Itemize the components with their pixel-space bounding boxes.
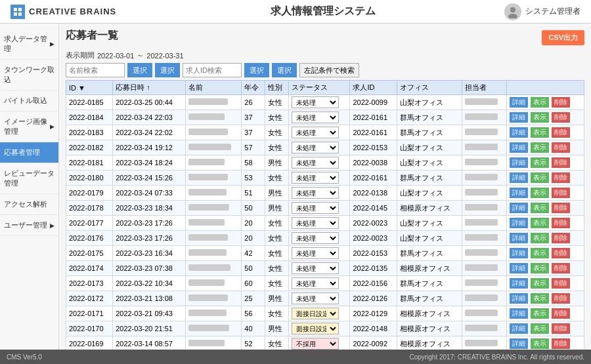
status-select[interactable]: 未処理面接日設定中不採用採用保留: [292, 293, 339, 304]
show-button[interactable]: 表示: [531, 142, 549, 153]
cell-status[interactable]: 未処理面接日設定中不採用採用保留: [288, 336, 350, 350]
status-select[interactable]: 未処理面接日設定中不採用採用保留: [292, 338, 339, 350]
detail-button[interactable]: 詳細: [510, 248, 528, 258]
cell-status[interactable]: 未処理面接日設定中不採用採用保留: [288, 261, 350, 276]
delete-button[interactable]: 削除: [552, 218, 570, 228]
status-select[interactable]: 未処理面接日設定中不採用採用保留: [292, 277, 339, 289]
name-search-input[interactable]: [66, 63, 125, 77]
status-select[interactable]: 未処理面接日設定中不採用採用保留: [292, 262, 339, 274]
delete-button[interactable]: 削除: [552, 172, 570, 183]
status-select[interactable]: 未処理面接日設定中不採用採用保留: [292, 247, 339, 259]
detail-button[interactable]: 詳細: [510, 293, 528, 304]
show-button[interactable]: 表示: [531, 308, 549, 319]
cell-status[interactable]: 未処理面接日設定中不採用採用保留: [288, 291, 350, 306]
status-select[interactable]: 未処理面接日設定中不採用採用保留: [292, 127, 339, 138]
show-button[interactable]: 表示: [531, 203, 549, 213]
delete-button[interactable]: 削除: [552, 112, 570, 123]
detail-button[interactable]: 詳細: [510, 323, 528, 334]
select-btn-4[interactable]: 選択: [272, 63, 297, 77]
show-button[interactable]: 表示: [531, 127, 549, 138]
cell-status[interactable]: 未処理面接日設定中不採用採用保留: [288, 110, 350, 125]
detail-button[interactable]: 詳細: [510, 157, 528, 168]
status-select[interactable]: 未処理面接日設定中不採用採用保留: [292, 111, 339, 123]
delete-button[interactable]: 削除: [552, 293, 570, 304]
detail-button[interactable]: 詳細: [510, 97, 528, 108]
cell-status[interactable]: 未処理面接日設定中不採用採用保留: [288, 306, 350, 321]
status-select[interactable]: 未処理面接日設定中不採用採用保留: [292, 96, 339, 108]
detail-button[interactable]: 詳細: [510, 278, 528, 289]
status-select[interactable]: 未処理面接日設定中不採用採用保留: [292, 323, 339, 334]
show-button[interactable]: 表示: [531, 233, 549, 243]
detail-button[interactable]: 詳細: [510, 127, 528, 138]
show-button[interactable]: 表示: [531, 293, 549, 304]
detail-button[interactable]: 詳細: [510, 142, 528, 153]
status-select[interactable]: 未処理面接日設定中不採用採用保留: [292, 157, 339, 169]
detail-button[interactable]: 詳細: [510, 172, 528, 183]
csv-export-button[interactable]: CSV出力: [542, 30, 584, 45]
status-select[interactable]: 未処理面接日設定中不採用採用保留: [292, 187, 339, 199]
delete-button[interactable]: 削除: [552, 248, 570, 258]
cell-status[interactable]: 未処理面接日設定中不採用採用保留: [288, 201, 350, 216]
show-button[interactable]: 表示: [531, 172, 549, 183]
delete-button[interactable]: 削除: [552, 127, 570, 138]
sidebar-item-7[interactable]: ユーザー管理▶: [0, 215, 58, 236]
cell-status[interactable]: 未処理面接日設定中不採用採用保留: [288, 125, 350, 140]
status-select[interactable]: 未処理面接日設定中不採用採用保留: [292, 217, 339, 229]
status-select[interactable]: 未処理面接日設定中不採用採用保留: [292, 232, 339, 244]
show-button[interactable]: 表示: [531, 112, 549, 123]
detail-button[interactable]: 詳細: [510, 203, 528, 213]
delete-button[interactable]: 削除: [552, 308, 570, 319]
delete-button[interactable]: 削除: [552, 278, 570, 289]
status-select[interactable]: 未処理面接日設定中不採用採用保留: [292, 172, 339, 184]
detail-button[interactable]: 詳細: [510, 112, 528, 123]
delete-button[interactable]: 削除: [552, 338, 570, 349]
show-button[interactable]: 表示: [531, 97, 549, 108]
show-button[interactable]: 表示: [531, 188, 549, 198]
sidebar-item-0[interactable]: 求人データ管理▶: [0, 29, 58, 60]
sidebar-item-2[interactable]: バイトル取込: [0, 91, 58, 111]
delete-button[interactable]: 削除: [552, 188, 570, 198]
select-btn-2[interactable]: 選択: [155, 63, 180, 77]
detail-button[interactable]: 詳細: [510, 188, 528, 198]
cell-status[interactable]: 未処理面接日設定中不採用採用保留: [288, 276, 350, 291]
sidebar-item-3[interactable]: イメージ画像管理▶: [0, 111, 58, 142]
show-button[interactable]: 表示: [531, 263, 549, 273]
cell-status[interactable]: 未処理面接日設定中不採用採用保留: [288, 321, 350, 336]
show-button[interactable]: 表示: [531, 157, 549, 168]
status-select[interactable]: 未処理面接日設定中不採用採用保留: [292, 142, 339, 153]
select-btn-3[interactable]: 選択: [244, 63, 269, 77]
sidebar-item-5[interactable]: レビューデータ管理: [0, 163, 58, 194]
delete-button[interactable]: 削除: [552, 97, 570, 108]
delete-button[interactable]: 削除: [552, 323, 570, 334]
delete-button[interactable]: 削除: [552, 233, 570, 243]
sidebar-item-6[interactable]: アクセス解析: [0, 194, 58, 215]
filter-search-button[interactable]: 左記条件で検索: [299, 63, 359, 77]
detail-button[interactable]: 詳細: [510, 218, 528, 228]
cell-status[interactable]: 未処理面接日設定中不採用採用保留: [288, 155, 350, 171]
show-button[interactable]: 表示: [531, 323, 549, 334]
detail-button[interactable]: 詳細: [510, 308, 528, 319]
detail-button[interactable]: 詳細: [510, 338, 528, 349]
select-btn-1[interactable]: 選択: [127, 63, 152, 77]
sidebar-item-4[interactable]: 応募者管理: [0, 142, 58, 163]
delete-button[interactable]: 削除: [552, 263, 570, 273]
cell-status[interactable]: 未処理面接日設定中不採用採用保留: [288, 246, 350, 261]
sidebar-item-1[interactable]: タウンワーク取込: [0, 60, 58, 91]
delete-button[interactable]: 削除: [552, 203, 570, 213]
cell-status[interactable]: 未処理面接日設定中不採用採用保留: [288, 216, 350, 231]
detail-button[interactable]: 詳細: [510, 233, 528, 243]
status-select[interactable]: 未処理面接日設定中不採用採用保留: [292, 202, 339, 214]
show-button[interactable]: 表示: [531, 278, 549, 289]
detail-button[interactable]: 詳細: [510, 263, 528, 273]
cell-status[interactable]: 未処理面接日設定中不採用採用保留: [288, 171, 350, 186]
show-button[interactable]: 表示: [531, 218, 549, 228]
show-button[interactable]: 表示: [531, 338, 549, 349]
status-select[interactable]: 未処理面接日設定中不採用採用保留: [292, 308, 339, 319]
cell-status[interactable]: 未処理面接日設定中不採用採用保留: [288, 95, 350, 110]
cell-status[interactable]: 未処理面接日設定中不採用採用保留: [288, 186, 350, 201]
job-id-search-input[interactable]: [183, 63, 242, 77]
cell-status[interactable]: 未処理面接日設定中不採用採用保留: [288, 231, 350, 246]
show-button[interactable]: 表示: [531, 248, 549, 258]
delete-button[interactable]: 削除: [552, 157, 570, 168]
delete-button[interactable]: 削除: [552, 142, 570, 153]
